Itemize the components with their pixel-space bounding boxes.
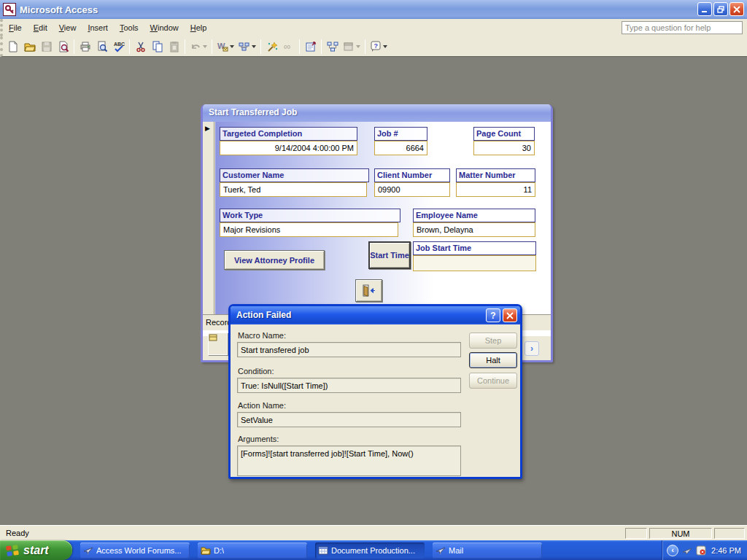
action-failed-dialog: Action Failed ? Macro Name: Start transf… [228, 304, 522, 479]
task-label: Access World Forums... [96, 546, 182, 555]
folder-icon [201, 545, 211, 556]
open-icon [24, 41, 36, 52]
menu-tools[interactable]: Tools [114, 20, 144, 35]
action-name-label: Action Name: [238, 401, 286, 410]
paste-button [166, 39, 182, 55]
macro-name-box: Start transfered job [237, 342, 461, 357]
hyperlink-button: ∞ [280, 39, 297, 55]
chevron-down-icon [203, 45, 207, 50]
properties-button[interactable] [302, 39, 319, 55]
status-segment [714, 528, 745, 539]
windows-flag-icon [4, 542, 20, 559]
cut-icon [135, 41, 147, 52]
new-object-button [341, 39, 363, 55]
arguments-label: Arguments: [238, 435, 279, 443]
code-button[interactable] [263, 39, 280, 55]
tray-collapse-chevron-icon[interactable]: ‹ [667, 545, 678, 556]
menu-window[interactable]: Window [144, 20, 185, 35]
new-icon [7, 41, 19, 52]
app-titlebar: Microsoft Access [0, 0, 747, 19]
client-number-label: Client Number [374, 168, 450, 182]
dialog-title[interactable]: Action Failed [231, 306, 520, 324]
minimize-button[interactable] [697, 2, 712, 16]
condition-label: Condition: [238, 367, 274, 376]
scroll-right-button[interactable]: › [525, 341, 539, 356]
analyze-button[interactable] [236, 39, 258, 55]
copy-icon [152, 41, 163, 52]
start-time-button[interactable]: Start Time [368, 241, 411, 269]
dialog-close-button[interactable] [503, 308, 517, 322]
print-preview-button[interactable] [93, 39, 110, 55]
employee-name-field[interactable]: Brown, Delayna [413, 222, 535, 237]
undo-icon [190, 41, 201, 52]
new-object-icon [343, 41, 355, 52]
record-selector-bar[interactable]: ▶ [203, 122, 214, 314]
background-window-fragment [208, 332, 228, 355]
menu-insert[interactable]: Insert [82, 20, 114, 35]
work-type-field[interactable]: Major Revisions [220, 222, 398, 237]
hyperlink-icon: ∞ [283, 41, 295, 52]
client-number-field[interactable]: 09900 [374, 182, 450, 197]
chevron-down-icon [230, 45, 234, 50]
copy-button[interactable] [149, 39, 166, 55]
close-form-button[interactable] [355, 279, 382, 302]
page-count-field[interactable]: 30 [473, 141, 535, 155]
clock: 2:46 PM [711, 546, 741, 555]
job-number-field[interactable]: 6664 [374, 141, 427, 155]
task-label: Mail [449, 546, 463, 555]
job-start-time-field[interactable] [413, 255, 536, 271]
job-start-time-label: Job Start Time [413, 241, 536, 255]
menu-view[interactable]: View [53, 20, 82, 35]
relationships-button[interactable] [324, 39, 341, 55]
file-search-button[interactable] [55, 39, 71, 55]
toolbar: ABC W ∞ ? [0, 36, 747, 57]
cut-button[interactable] [132, 39, 149, 55]
close-button[interactable] [729, 2, 744, 16]
targeted-completion-field[interactable]: 9/14/2004 4:00:00 PM [220, 141, 357, 155]
new-button[interactable] [4, 39, 21, 55]
spelling-button[interactable]: ABC [110, 39, 127, 55]
menu-edit[interactable]: Edit [28, 20, 53, 35]
customer-name-field[interactable]: Tuerk, Ted [220, 182, 367, 197]
tray-plane-icon[interactable] [682, 545, 692, 556]
task-access-world-forums[interactable]: Access World Forums... [80, 542, 190, 559]
task-mail[interactable]: Mail [433, 542, 542, 559]
code-icon [266, 41, 278, 52]
status-text: Ready [0, 529, 625, 537]
num-lock-indicator: NUM [649, 528, 712, 539]
undo-button [187, 39, 209, 55]
svg-text:?: ? [374, 42, 379, 50]
task-drive-d[interactable]: D:\ [198, 542, 307, 559]
view-attorney-profile-button[interactable]: View Attorney Profile [224, 250, 325, 270]
halt-button[interactable]: Halt [469, 352, 517, 368]
dialog-help-button[interactable]: ? [486, 308, 500, 322]
menu-help[interactable]: Help [185, 20, 213, 35]
start-button[interactable]: start [0, 540, 72, 560]
form-window-title[interactable]: Start Transferred Job [203, 104, 551, 122]
restore-button[interactable] [713, 2, 728, 16]
chevron-down-icon [356, 45, 360, 50]
office-links-button[interactable]: W [214, 39, 236, 55]
matter-number-field[interactable]: 11 [456, 182, 535, 197]
system-tray: ‹ 2:46 PM [662, 540, 747, 560]
print-button[interactable] [77, 39, 93, 55]
help-button[interactable]: ? [368, 39, 390, 55]
database-object-icon [209, 333, 217, 342]
tray-status-icon[interactable] [696, 545, 706, 556]
help-question-input[interactable]: Type a question for help [622, 21, 743, 34]
continue-button: Continue [469, 373, 517, 389]
toolbar-separator [74, 39, 74, 54]
toolbar-separator [299, 39, 300, 54]
task-label: D:\ [214, 546, 224, 555]
work-type-label: Work Type [220, 209, 400, 222]
toolbar-separator [185, 39, 185, 54]
save-button [38, 39, 55, 55]
open-button[interactable] [21, 39, 38, 55]
task-document-production[interactable]: Document Production... [315, 542, 425, 559]
task-label: Document Production... [331, 546, 415, 555]
chevron-down-icon [383, 45, 387, 50]
print-icon [80, 41, 91, 52]
document-production-icon [318, 545, 328, 556]
exit-door-icon [362, 284, 376, 298]
menu-file[interactable]: File [3, 20, 28, 35]
